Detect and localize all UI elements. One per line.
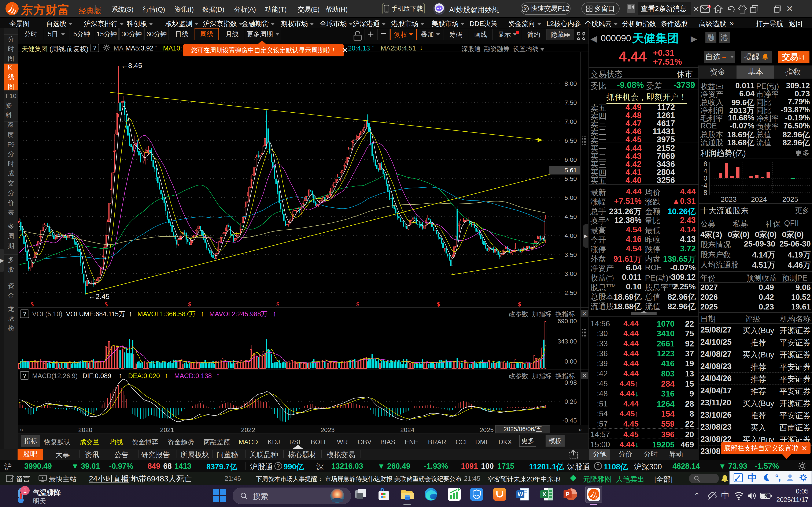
svg-text:↑: ↑ bbox=[129, 309, 133, 318]
svg-text:690.00: 690.00 bbox=[557, 318, 577, 325]
svg-text:✕: ✕ bbox=[582, 373, 587, 379]
svg-text:8: 8 bbox=[704, 160, 707, 168]
svg-text:✕: ✕ bbox=[582, 311, 587, 317]
svg-text:4.50: 4.50 bbox=[565, 213, 577, 220]
svg-text:?: ? bbox=[23, 373, 26, 379]
svg-text:↑: ↑ bbox=[273, 309, 276, 318]
svg-text:?: ? bbox=[23, 311, 26, 317]
svg-text:$: $ bbox=[356, 300, 359, 307]
svg-text:8.00: 8.00 bbox=[565, 80, 577, 87]
svg-text:-0.45: -0.45 bbox=[562, 417, 577, 424]
svg-text:W: W bbox=[518, 491, 523, 498]
svg-text:X: X bbox=[542, 491, 546, 498]
svg-text:343.00: 343.00 bbox=[557, 338, 577, 345]
svg-text:↑: ↑ bbox=[200, 309, 204, 318]
svg-text:DEA:0.020: DEA:0.020 bbox=[128, 372, 160, 380]
svg-text:DIF:0.089: DIF:0.089 bbox=[83, 372, 111, 380]
svg-text:6.50: 6.50 bbox=[565, 137, 577, 144]
svg-text:?: ? bbox=[597, 463, 600, 469]
svg-text:$: $ bbox=[518, 300, 521, 307]
svg-text:-8: -8 bbox=[701, 189, 707, 196]
svg-text:改参数 加指标 换指标: 改参数 加指标 换指标 bbox=[509, 310, 575, 318]
svg-text:$: $ bbox=[188, 300, 191, 307]
svg-text:P: P bbox=[566, 491, 570, 498]
svg-text:2025: 2025 bbox=[782, 195, 798, 203]
svg-text:MACD:0.138: MACD:0.138 bbox=[174, 372, 212, 380]
svg-text:←2.45: ←2.45 bbox=[88, 292, 109, 300]
svg-text:0: 0 bbox=[704, 174, 707, 182]
svg-text:?: ? bbox=[277, 463, 280, 469]
svg-text:↑: ↑ bbox=[164, 371, 168, 380]
svg-text:4.00: 4.00 bbox=[565, 232, 577, 239]
svg-text:2023: 2023 bbox=[721, 195, 737, 203]
svg-text:$: $ bbox=[105, 300, 108, 307]
svg-text:$: $ bbox=[31, 300, 34, 307]
svg-text:VOLUME:684.115万: VOLUME:684.115万 bbox=[66, 310, 125, 318]
svg-text:0.26: 0.26 bbox=[565, 398, 577, 405]
svg-text:$: $ bbox=[437, 300, 440, 307]
svg-text:↑: ↑ bbox=[118, 371, 122, 380]
svg-text:3.00: 3.00 bbox=[565, 270, 577, 277]
svg-text:6.00: 6.00 bbox=[565, 156, 577, 163]
svg-text:VOL(5,10): VOL(5,10) bbox=[32, 310, 62, 318]
svg-text:2024: 2024 bbox=[751, 195, 767, 203]
svg-text:2.50: 2.50 bbox=[565, 289, 577, 296]
svg-text:7.00: 7.00 bbox=[565, 118, 577, 125]
svg-text:7.50: 7.50 bbox=[565, 99, 577, 106]
svg-text:MAVOL2:245.988万: MAVOL2:245.988万 bbox=[209, 310, 267, 318]
svg-text:-4: -4 bbox=[701, 181, 707, 189]
svg-text:$: $ bbox=[276, 300, 280, 307]
svg-text:改参数 加指标 换指标: 改参数 加指标 换指标 bbox=[509, 372, 575, 380]
svg-text:MAVOL1:366.587万: MAVOL1:366.587万 bbox=[138, 310, 196, 318]
svg-text:←8.45: ←8.45 bbox=[121, 61, 142, 69]
svg-text:5.50: 5.50 bbox=[565, 175, 577, 182]
svg-text:0.00: 0.00 bbox=[565, 358, 577, 365]
svg-text:5.00: 5.00 bbox=[565, 194, 577, 201]
svg-text:4: 4 bbox=[704, 167, 707, 175]
svg-text:MACD(12,26,9): MACD(12,26,9) bbox=[32, 372, 78, 380]
svg-text:↑: ↑ bbox=[216, 371, 220, 380]
svg-text:5.61: 5.61 bbox=[565, 167, 577, 174]
svg-text:0.98: 0.98 bbox=[565, 379, 577, 386]
svg-text:3.50: 3.50 bbox=[565, 251, 577, 258]
